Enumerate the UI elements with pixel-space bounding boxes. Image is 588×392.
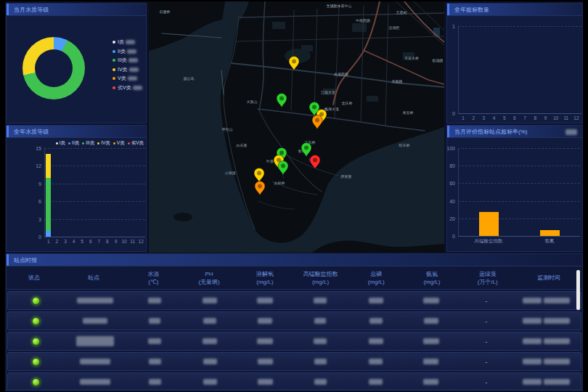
value-cell	[237, 379, 293, 385]
value-redacted	[203, 298, 217, 303]
legend-dot	[56, 142, 58, 144]
map-label: 石塘桥	[160, 9, 171, 15]
map-label: 寿安桥	[403, 110, 414, 115]
x-axis-line	[44, 237, 145, 237]
value-cell	[127, 359, 182, 365]
y-tick-label: 20	[449, 216, 458, 221]
map-label: 天安大桥	[404, 56, 419, 60]
value-cell	[127, 338, 182, 345]
header-link-redacted[interactable]	[565, 129, 577, 135]
legend-value-redacted	[128, 76, 137, 81]
x-tick-label: 12	[139, 239, 144, 244]
status-cell	[8, 338, 63, 346]
value-redacted	[314, 359, 327, 364]
column-name: 高锰酸盐指数	[293, 270, 348, 278]
gridline	[458, 183, 580, 184]
legend-item[interactable]: II类	[113, 47, 142, 57]
time-redacted	[523, 318, 542, 324]
map-label: 小湖渚	[225, 171, 236, 176]
legend-item[interactable]: IV类	[113, 65, 142, 75]
map-label: 吴都路	[392, 79, 403, 84]
legend-item[interactable]: V类	[113, 74, 142, 83]
legend-item[interactable]: 劣V类	[113, 83, 142, 93]
bar-segment[interactable]	[46, 231, 51, 237]
bar[interactable]	[540, 230, 560, 236]
time-redacted	[544, 379, 570, 385]
value-cell	[237, 318, 293, 324]
algae-cell: -	[459, 318, 514, 324]
y-tick-label: 40	[449, 198, 458, 203]
column-header-8: 蓝绿藻(万个/L)	[460, 270, 515, 286]
value-redacted	[314, 318, 326, 324]
gridline	[44, 148, 145, 149]
column-name: 水温	[126, 270, 181, 278]
map-label: 白石里	[237, 143, 248, 148]
x-axis-line	[458, 113, 581, 114]
gridline	[44, 201, 145, 202]
table-row[interactable]: -	[7, 372, 581, 390]
legend-dot	[128, 142, 130, 144]
legend-item[interactable]: 劣V类	[128, 140, 144, 147]
legend-item[interactable]: IV类	[97, 140, 110, 147]
gridline	[458, 201, 580, 202]
value-redacted	[423, 379, 438, 385]
legend-label: IV类	[118, 66, 128, 73]
value-redacted	[149, 379, 161, 385]
value-redacted	[203, 379, 217, 385]
status-dot-normal	[32, 358, 40, 366]
map-label: 管社山	[222, 127, 233, 132]
y-tick-label: 60	[449, 181, 458, 186]
bar-segment[interactable]	[46, 178, 51, 231]
value-redacted	[369, 298, 383, 303]
station-map[interactable]: 石塘桥无锡新体育中心中南西路五星村滨湖区天安大桥机场路高浪西路吴都路江南大学北庄…	[149, 1, 444, 253]
value-redacted	[424, 318, 438, 324]
gridline	[458, 26, 581, 27]
legend-label: V类	[118, 75, 126, 82]
legend-item[interactable]: I类	[113, 38, 142, 47]
bar[interactable]	[479, 212, 499, 236]
x-tick-label: 4	[73, 239, 75, 244]
status-dot-normal	[32, 317, 40, 325]
column-unit: (万个/L)	[460, 278, 515, 286]
legend-label: III类	[86, 140, 94, 147]
bar-segment[interactable]	[46, 154, 51, 178]
value-redacted	[148, 338, 161, 344]
legend-item[interactable]: III类	[82, 140, 94, 147]
legend-dot	[113, 142, 115, 144]
station-cell	[63, 359, 127, 365]
value-cell	[293, 338, 348, 345]
x-tick-label: 1	[47, 239, 50, 244]
table-row[interactable]: -	[7, 352, 581, 371]
table-row[interactable]: -	[7, 332, 581, 351]
value-redacted	[423, 359, 438, 364]
legend-label: I类	[118, 38, 124, 46]
table-scrollbar-thumb[interactable]	[576, 270, 580, 310]
legend-item[interactable]: III类	[113, 56, 142, 65]
legend-dot	[97, 142, 99, 144]
legend-item[interactable]: V类	[113, 140, 125, 147]
legend-label: 劣V类	[131, 140, 144, 147]
x-tick-label: 2	[472, 115, 475, 121]
monthly-grade-donut-chart[interactable]	[23, 37, 85, 99]
yearly-grade-chart[interactable]: 03691215123456789101112	[44, 148, 145, 237]
yearly-exceed-count-chart[interactable]: 01123456789101112	[458, 26, 581, 113]
table-row[interactable]: -	[7, 291, 581, 310]
value-cell	[127, 298, 182, 304]
legend-item[interactable]: II类	[68, 140, 79, 147]
column-name: PH	[181, 270, 237, 278]
column-name: 站点	[62, 274, 126, 282]
legend-dot	[113, 59, 115, 62]
station-name-redacted	[80, 359, 110, 364]
panel-header: 当月水质等级	[7, 4, 146, 16]
map-label: 五星村	[396, 10, 407, 15]
station-cell	[63, 298, 127, 304]
monthly-exceed-rate-chart[interactable]: 020406080100高锰酸盐指数氨氮	[458, 148, 580, 236]
value-redacted	[257, 338, 273, 344]
column-unit: (mg/L)	[348, 278, 404, 286]
value-cell	[404, 338, 459, 345]
gridline	[44, 219, 145, 220]
column-name: 氨氮	[404, 270, 460, 278]
legend-item[interactable]: I类	[56, 140, 65, 147]
map-label: 大箕山	[247, 99, 258, 104]
table-row[interactable]: -	[7, 311, 581, 330]
